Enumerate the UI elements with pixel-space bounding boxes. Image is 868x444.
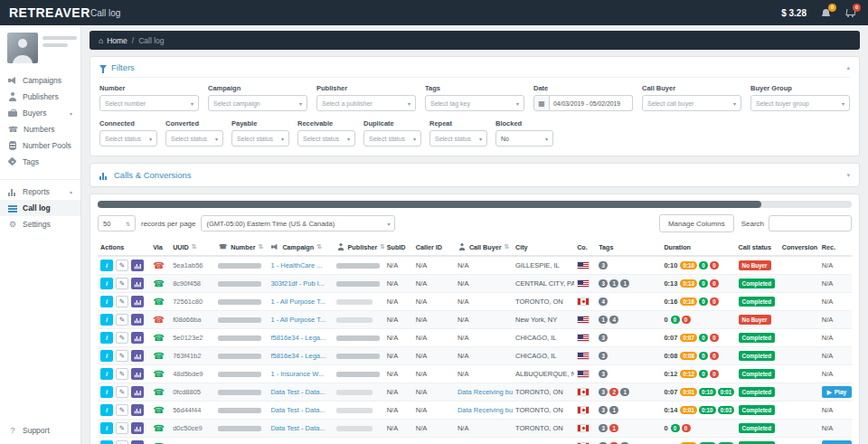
play-recording-button[interactable]: ▶Play — [822, 386, 852, 398]
campaign-link[interactable]: 1 - All Purpose T... — [270, 298, 326, 306]
edit-button[interactable]: ✎ — [116, 332, 128, 344]
campaign-select[interactable]: Select campaign▾ — [208, 95, 307, 111]
date-range-input[interactable]: 04/03/2019 - 05/02/2019 — [550, 95, 633, 111]
tag-badge[interactable]: 1 — [609, 406, 618, 414]
sidebar-item-publishers[interactable]: Publishers — [0, 89, 80, 105]
campaign-link[interactable]: Data Test - Data... — [270, 424, 325, 432]
per-page-select[interactable]: 50⇅ — [98, 215, 136, 231]
edit-button[interactable]: ✎ — [116, 260, 128, 271]
sort-icon[interactable]: ⇅ — [258, 243, 263, 250]
tag-badge[interactable]: 3 — [599, 388, 608, 396]
edit-button[interactable]: ✎ — [116, 278, 128, 289]
edit-button[interactable]: ✎ — [116, 422, 128, 434]
sidebar-item-call-log[interactable]: Call log — [0, 200, 80, 216]
receivable-select[interactable]: Select status▾ — [297, 130, 355, 146]
blocked-select[interactable]: No▾ — [495, 130, 553, 146]
column-header-call-buyer[interactable]: Call Buyer⇅ — [455, 239, 513, 256]
sidebar-item-numbers[interactable]: ☎Numbers — [0, 121, 80, 137]
call-details-button[interactable]: i — [100, 350, 113, 362]
edit-button[interactable]: ✎ — [116, 296, 128, 307]
sidebar-item-buyers[interactable]: Buyers▾ — [0, 105, 80, 121]
publisher-select[interactable]: Select a publisher▾ — [316, 95, 416, 111]
converted-select[interactable]: Select status▾ — [165, 130, 223, 146]
column-header-campaign[interactable]: Campaign⇅ — [268, 239, 333, 256]
call-details-button[interactable]: i — [100, 368, 113, 380]
tag-badge[interactable]: 1 — [620, 279, 629, 288]
account-balance[interactable]: $ 3.28 — [781, 8, 807, 18]
number-select[interactable]: Select number▾ — [99, 95, 199, 111]
campaign-link[interactable]: 1 - All Purpose T... — [270, 316, 326, 324]
call-report-button[interactable] — [131, 332, 144, 344]
user-profile[interactable] — [0, 25, 80, 72]
call-details-button[interactable]: i — [100, 440, 113, 444]
calls-conversions-panel[interactable]: Calls & Conversions ▾ — [90, 163, 860, 187]
call-report-button[interactable] — [131, 260, 144, 271]
tag-badge[interactable]: 1 — [620, 388, 629, 396]
sidebar-item-reports[interactable]: Reports▾ — [0, 179, 80, 200]
tag-badge[interactable]: 4 — [609, 316, 618, 324]
column-header-number[interactable]: ☎Number⇅ — [215, 239, 268, 256]
timezone-select[interactable]: (GMT-05:00) Eastern Time (US & Canada)▾ — [201, 215, 395, 231]
edit-button[interactable]: ✎ — [116, 314, 128, 326]
call-report-button[interactable] — [131, 278, 144, 289]
payable-select[interactable]: Select status▾ — [231, 130, 289, 146]
call-buyer-link[interactable]: Data Receiving buyer ... — [458, 388, 513, 396]
connected-select[interactable]: Select status▾ — [99, 130, 157, 146]
edit-button[interactable]: ✎ — [116, 440, 128, 444]
notifications-button[interactable]: 0 — [821, 8, 831, 18]
search-input[interactable] — [769, 215, 852, 231]
sidebar-item-system-status[interactable]: System Status — [0, 439, 80, 444]
duplicate-select[interactable]: Select status▾ — [363, 130, 421, 146]
sidebar-item-settings[interactable]: ⚙Settings — [0, 216, 80, 232]
call-report-button[interactable] — [131, 422, 144, 434]
tag-badge[interactable]: 3 — [599, 279, 608, 288]
call-details-button[interactable]: i — [100, 404, 113, 416]
sidebar-item-number-pools[interactable]: Number Pools — [0, 137, 80, 154]
edit-button[interactable]: ✎ — [116, 404, 128, 416]
sidebar-item-tags[interactable]: Tags — [0, 154, 80, 170]
call-report-button[interactable] — [131, 404, 144, 416]
sidebar-item-campaigns[interactable]: Campaigns — [0, 72, 80, 89]
sidebar-item-support[interactable]: ?Support — [0, 422, 80, 439]
tag-badge[interactable]: 1 — [599, 316, 608, 324]
cart-button[interactable]: 0 — [845, 8, 855, 18]
call-buyer-link[interactable]: Data Receiving buyer ... — [458, 406, 513, 414]
repeat-select[interactable]: Select status▾ — [429, 130, 487, 146]
sort-icon[interactable]: ⇅ — [380, 243, 383, 250]
call-report-button[interactable] — [131, 368, 144, 380]
tag-badge[interactable]: 3 — [599, 334, 608, 342]
tag-badge[interactable]: 3 — [599, 370, 608, 378]
call-buyer-select[interactable]: Select call buyer▾ — [642, 95, 741, 111]
column-header-publisher[interactable]: Publisher⇅ — [334, 239, 384, 256]
call-report-button[interactable] — [131, 386, 144, 398]
tag-badge[interactable]: 1 — [609, 424, 618, 432]
tag-badge[interactable]: 1 — [609, 279, 618, 288]
campaign-link[interactable]: Data Test - Data... — [270, 406, 325, 414]
call-report-button[interactable] — [131, 296, 144, 307]
play-recording-button[interactable]: ▶Play — [822, 440, 852, 444]
campaign-link[interactable]: 1 - HealthCare ... — [270, 261, 322, 269]
edit-button[interactable]: ✎ — [116, 368, 128, 380]
buyer-group-select[interactable]: Select buyer group▾ — [750, 95, 850, 111]
sort-icon[interactable]: ⇅ — [504, 243, 509, 250]
manage-columns-button[interactable]: Manage Columns — [659, 214, 734, 232]
call-details-button[interactable]: i — [100, 332, 113, 344]
call-details-button[interactable]: i — [100, 278, 113, 289]
expand-chevron-icon[interactable]: ▾ — [846, 172, 850, 179]
sort-icon[interactable]: ⇅ — [316, 243, 322, 250]
column-header-uuid[interactable]: UUID⇅ — [170, 239, 215, 256]
tag-badge[interactable]: 4 — [599, 298, 608, 306]
tag-badge[interactable]: 3 — [599, 352, 608, 360]
call-details-button[interactable]: i — [100, 260, 113, 271]
scrollbar-thumb[interactable] — [98, 201, 761, 208]
calendar-button[interactable]: ▦ — [533, 95, 550, 111]
call-report-button[interactable] — [131, 440, 144, 444]
tag-badge[interactable]: 3 — [599, 406, 608, 414]
tag-badge[interactable]: 3 — [599, 424, 608, 432]
collapse-chevron-icon[interactable]: ▴ — [846, 64, 850, 71]
campaign-link[interactable]: Data Test - Data... — [270, 388, 325, 396]
sort-icon[interactable]: ⇅ — [192, 243, 197, 250]
campaign-link[interactable]: f5816e34 - Lega... — [270, 334, 326, 342]
call-report-button[interactable] — [131, 314, 144, 326]
call-details-button[interactable]: i — [100, 296, 113, 307]
